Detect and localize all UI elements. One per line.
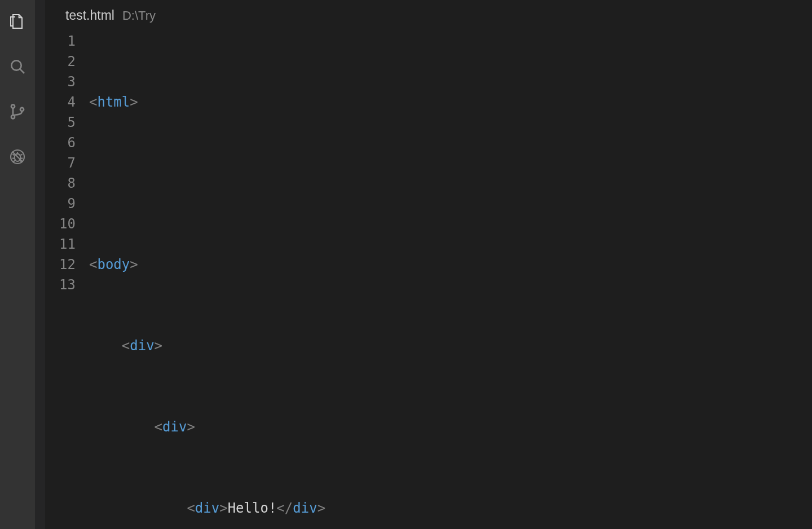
code-content[interactable]: <html> <body> <div> <div> <div>Hello!</d… bbox=[89, 31, 812, 529]
activity-bar bbox=[0, 0, 35, 529]
line-number: 10 bbox=[45, 214, 76, 234]
activity-search-icon[interactable] bbox=[6, 55, 29, 78]
svg-line-12 bbox=[13, 161, 15, 162]
punct: < bbox=[89, 254, 97, 275]
line-numbers: 1 2 3 4 5 6 7 8 9 10 11 12 13 bbox=[45, 31, 89, 529]
punct: > bbox=[130, 254, 138, 275]
line-number: 13 bbox=[45, 275, 76, 295]
code-line[interactable] bbox=[89, 173, 812, 193]
breadcrumb-path[interactable]: D:\Try bbox=[122, 10, 156, 22]
svg-point-2 bbox=[11, 105, 15, 108]
line-number: 2 bbox=[45, 51, 76, 72]
breadcrumb-file[interactable]: test.html bbox=[65, 9, 114, 22]
tag-name: div bbox=[162, 417, 187, 437]
svg-line-9 bbox=[20, 154, 22, 155]
indent bbox=[89, 417, 155, 437]
punct: < bbox=[155, 417, 162, 437]
tag-name: div bbox=[130, 336, 154, 356]
tag-name: html bbox=[97, 92, 130, 112]
svg-point-0 bbox=[11, 60, 21, 70]
tag-name: body bbox=[97, 254, 130, 275]
editor: test.html D:\Try 1 2 3 4 5 6 7 8 9 10 11… bbox=[45, 0, 812, 529]
line-number: 3 bbox=[45, 72, 76, 92]
line-number: 9 bbox=[45, 193, 76, 214]
line-number: 5 bbox=[45, 112, 76, 133]
indent bbox=[89, 336, 122, 356]
punct: </ bbox=[276, 498, 293, 518]
line-number: 4 bbox=[45, 92, 76, 112]
indent bbox=[89, 498, 187, 518]
tag-name: div bbox=[195, 498, 219, 518]
punct: > bbox=[187, 417, 195, 437]
activity-explorer-icon[interactable] bbox=[6, 10, 29, 33]
code-line[interactable]: <div>Hello!</div> bbox=[89, 498, 812, 518]
line-number: 12 bbox=[45, 254, 76, 275]
code-area[interactable]: 1 2 3 4 5 6 7 8 9 10 11 12 13 <html> <bo… bbox=[45, 22, 812, 529]
breadcrumbs[interactable]: test.html D:\Try bbox=[45, 0, 812, 22]
svg-line-1 bbox=[20, 69, 24, 73]
tag-name: div bbox=[293, 498, 317, 518]
punct: > bbox=[317, 498, 325, 518]
code-line[interactable]: <body> bbox=[89, 254, 812, 275]
punct: < bbox=[122, 336, 130, 356]
punct: > bbox=[219, 498, 227, 518]
line-number: 1 bbox=[45, 31, 76, 51]
text: Hello! bbox=[228, 498, 277, 518]
punct: < bbox=[89, 92, 97, 112]
punct: < bbox=[187, 498, 195, 518]
code-line[interactable]: <div> bbox=[89, 417, 812, 437]
code-line[interactable]: <div> bbox=[89, 336, 812, 356]
line-number: 8 bbox=[45, 173, 76, 193]
activity-debug-disabled-icon[interactable] bbox=[6, 146, 29, 168]
line-number: 11 bbox=[45, 234, 76, 254]
line-number: 6 bbox=[45, 133, 76, 153]
line-number: 7 bbox=[45, 153, 76, 173]
punct: > bbox=[155, 336, 162, 356]
punct: > bbox=[130, 92, 138, 112]
editor-gutter-strip bbox=[35, 0, 45, 529]
svg-point-4 bbox=[20, 108, 24, 111]
activity-source-control-icon[interactable] bbox=[6, 100, 29, 123]
code-line[interactable]: <html> bbox=[89, 92, 812, 112]
